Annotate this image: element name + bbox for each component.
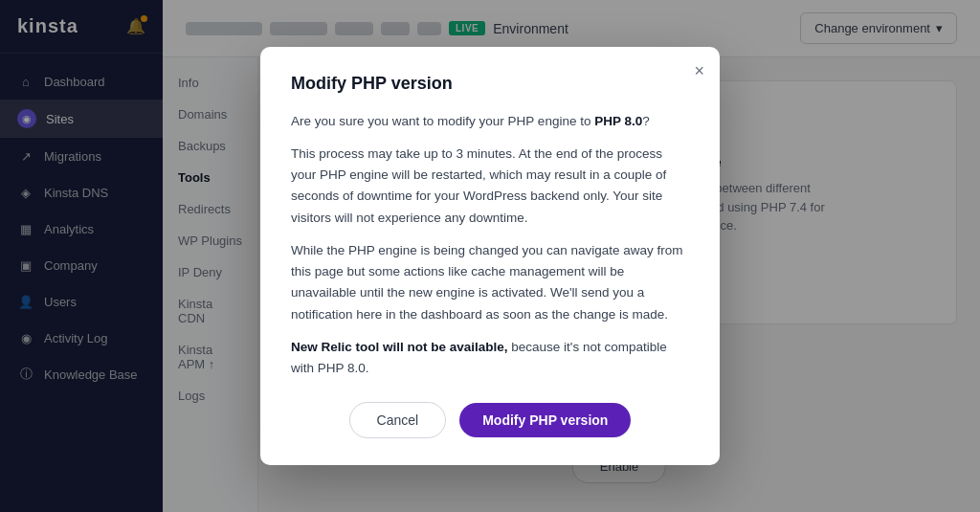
modal-actions: Cancel Modify PHP version: [291, 402, 689, 438]
warning-bold: New Relic tool will not be available,: [291, 340, 508, 354]
confirm-modify-button[interactable]: Modify PHP version: [459, 403, 631, 437]
modal-warning: New Relic tool will not be available, be…: [291, 337, 689, 380]
modify-php-modal: Modify PHP version × Are you sure you wa…: [260, 47, 720, 466]
modal-question: Are you sure you want to modify your PHP…: [291, 111, 689, 132]
modal-body: Are you sure you want to modify your PHP…: [291, 111, 689, 380]
modal-paragraph2: While the PHP engine is being changed yo…: [291, 240, 689, 325]
modal-title: Modify PHP version: [291, 74, 689, 94]
question-end: ?: [642, 114, 650, 128]
modal-close-button[interactable]: ×: [694, 62, 704, 79]
question-text: Are you sure you want to modify your PHP…: [291, 114, 590, 128]
php-version-highlight: PHP 8.0: [594, 114, 642, 128]
modal-paragraph1: This process may take up to 3 minutes. A…: [291, 144, 689, 229]
modal-overlay: Modify PHP version × Are you sure you wa…: [0, 0, 980, 512]
cancel-button[interactable]: Cancel: [349, 402, 447, 438]
